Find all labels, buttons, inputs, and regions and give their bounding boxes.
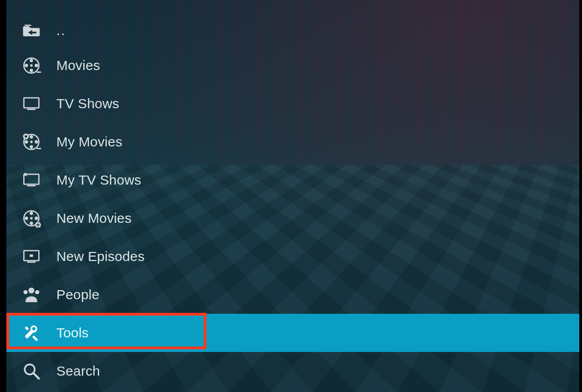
menu-item-label: People — [56, 287, 100, 302]
menu-item-tvshows[interactable]: TV Shows — [6, 85, 579, 123]
left-letterbox — [0, 0, 6, 392]
reel-icon — [19, 53, 44, 78]
right-letterbox — [579, 0, 582, 392]
menu-item-label: .. — [56, 23, 66, 38]
tv-dot-icon — [19, 244, 44, 269]
tv-icon — [19, 91, 44, 116]
menu-item-newmovies[interactable]: New Movies — [6, 199, 579, 237]
menu-item-search[interactable]: Search — [6, 352, 579, 390]
menu-item-back[interactable]: .. — [6, 15, 579, 46]
menu-item-movies[interactable]: Movies — [6, 46, 579, 85]
menu-item-newepisodes[interactable]: New Episodes — [6, 237, 579, 276]
menu-item-tools[interactable]: Tools — [6, 314, 579, 352]
people-icon — [19, 282, 44, 307]
menu-item-label: New Episodes — [56, 249, 145, 264]
tv-badge-icon — [19, 168, 44, 192]
menu-item-label: My TV Shows — [56, 172, 141, 188]
menu-item-label: Search — [56, 363, 100, 379]
menu-item-label: Movies — [56, 58, 100, 73]
menu-item-label: My Movies — [56, 134, 122, 150]
menu-item-label: TV Shows — [56, 96, 119, 111]
reel-gear-icon — [19, 130, 44, 154]
folder-back-icon — [19, 18, 44, 43]
tools-icon — [19, 321, 44, 345]
reel-plus-icon — [19, 206, 44, 231]
menu-item-label: New Movies — [56, 211, 131, 226]
menu-item-mymovies[interactable]: My Movies — [6, 123, 579, 161]
search-icon — [19, 359, 44, 383]
menu-item-people[interactable]: People — [6, 276, 579, 314]
menu-item-label: Tools — [56, 325, 89, 341]
main-menu: .. Movies TV Shows My Movies My TV Shows… — [6, 0, 579, 392]
menu-item-mytvshows[interactable]: My TV Shows — [6, 161, 579, 199]
